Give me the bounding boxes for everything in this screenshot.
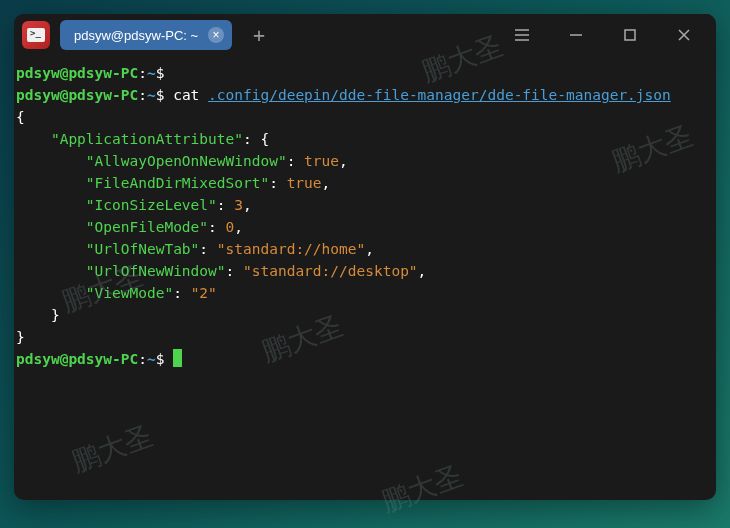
json-line: "FileAndDirMixedSort": true,	[16, 172, 714, 194]
json-line: "OpenFileMode": 0,	[16, 216, 714, 238]
tab-title: pdsyw@pdsyw-PC: ~	[74, 28, 198, 43]
prompt-cursor-line: pdsyw@pdsyw-PC:~$	[16, 348, 714, 370]
command-line: pdsyw@pdsyw-PC:~$ cat .config/deepin/dde…	[16, 84, 714, 106]
menu-button[interactable]	[498, 14, 546, 56]
hamburger-icon	[515, 29, 529, 41]
prompt-line: pdsyw@pdsyw-PC:~$	[16, 62, 714, 84]
tab-close-button[interactable]: ×	[208, 27, 224, 43]
new-tab-button[interactable]: +	[244, 20, 274, 50]
maximize-button[interactable]	[606, 14, 654, 56]
minimize-icon	[570, 29, 582, 41]
terminal-window: pdsyw@pdsyw-PC: ~ × + pdsyw@pdsyw-PC:~$ …	[14, 14, 716, 500]
json-open: {	[16, 106, 714, 128]
minimize-button[interactable]	[552, 14, 600, 56]
titlebar: pdsyw@pdsyw-PC: ~ × +	[14, 14, 716, 56]
terminal-tab[interactable]: pdsyw@pdsyw-PC: ~ ×	[60, 20, 232, 50]
json-line: "ViewMode": "2"	[16, 282, 714, 304]
json-line: "AllwayOpenOnNewWindow": true,	[16, 150, 714, 172]
json-line: "UrlOfNewWindow": "standard://desktop",	[16, 260, 714, 282]
json-close: }	[16, 326, 714, 348]
terminal-output[interactable]: pdsyw@pdsyw-PC:~$ pdsyw@pdsyw-PC:~$ cat …	[14, 56, 716, 376]
close-button[interactable]	[660, 14, 708, 56]
cursor	[173, 349, 182, 367]
json-line: "UrlOfNewTab": "standard://home",	[16, 238, 714, 260]
json-line: "ApplicationAttribute": {	[16, 128, 714, 150]
close-icon	[678, 29, 690, 41]
terminal-app-icon	[22, 21, 50, 49]
json-line: "IconSizeLevel": 3,	[16, 194, 714, 216]
maximize-icon	[624, 29, 636, 41]
svg-rect-0	[625, 30, 635, 40]
json-line: }	[16, 304, 714, 326]
